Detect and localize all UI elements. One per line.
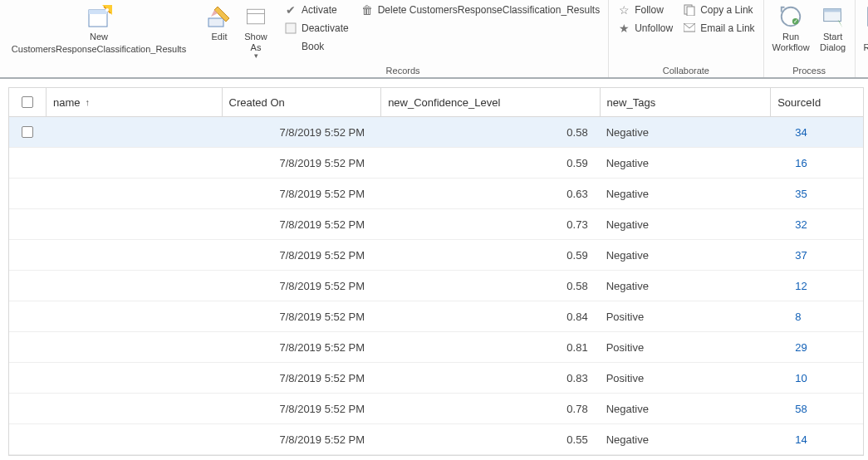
cell-tags: Negative [600,126,771,139]
table-row[interactable]: 7/8/2019 5:52 PM0.73Negative32 [9,209,863,240]
svg-point-4 [105,8,109,12]
column-header-created-on-label: Created On [229,96,285,109]
cell-tags: Negative [600,157,771,169]
grid-header-row: name ↑ Created On new_Confidence_Level n… [9,88,863,117]
cell-created-on: 7/8/2019 5:52 PM [221,372,380,384]
cell-created-on: 7/8/2019 5:52 PM [221,188,380,200]
column-header-sourceid[interactable]: SourceId [770,88,863,116]
run-report-button[interactable]: Run Report ▾ [859,1,868,62]
cell-confidence: 0.84 [380,311,599,323]
cell-created-on: 7/8/2019 5:52 PM [221,311,380,323]
deactivate-label: Deactivate [302,22,349,34]
new-record-label-bottom: CustomersResponseClassification_Results [12,44,186,55]
delete-icon: 🗑 [360,3,374,17]
select-all-checkbox[interactable] [22,96,33,108]
cell-confidence: 0.55 [380,433,599,446]
table-row[interactable]: 7/8/2019 5:52 PM0.58Negative34 [9,117,863,148]
cell-sourceid[interactable]: 14 [770,433,863,446]
new-record-icon [86,3,112,30]
new-record-label-top: New [90,32,108,42]
column-header-tags[interactable]: new_Tags [600,88,771,116]
table-row[interactable]: 7/8/2019 5:52 PM0.84Positive8 [9,301,863,332]
table-row[interactable]: 7/8/2019 5:52 PM0.78Negative58 [9,394,863,424]
row-checkbox-cell[interactable] [9,126,46,138]
cell-confidence: 0.63 [380,188,599,200]
activate-icon: ✔ [284,3,297,17]
process-group-label: Process [767,64,851,76]
email-link-icon [683,22,696,35]
run-workflow-button[interactable]: ✓ Run Workflow [767,1,815,56]
ribbon-group-new: New CustomersResponseClassification_Resu… [0,0,198,77]
cell-confidence: 0.59 [380,157,599,169]
email-link-button[interactable]: Email a Link [678,19,759,37]
svg-rect-10 [286,23,296,33]
unfollow-label: Unfollow [635,22,673,34]
cell-created-on: 7/8/2019 5:52 PM [221,126,380,139]
copy-link-button[interactable]: Copy a Link [678,1,759,19]
cell-created-on: 7/8/2019 5:52 PM [221,157,380,169]
table-row[interactable]: 7/8/2019 5:52 PM0.58Negative12 [9,271,863,301]
row-checkbox[interactable] [22,126,33,138]
run-report-icon [864,3,868,30]
cell-sourceid[interactable]: 16 [770,157,863,169]
book-button[interactable]: Book [279,37,354,56]
new-record-button[interactable]: New CustomersResponseClassification_Resu… [3,1,194,57]
cell-created-on: 7/8/2019 5:52 PM [221,280,380,292]
cell-sourceid[interactable]: 8 [770,311,863,323]
cell-confidence: 0.59 [380,249,599,262]
select-all-header[interactable] [9,88,46,116]
collaborate-group-label: Collaborate [612,64,759,76]
unfollow-button[interactable]: ★ Unfollow [612,19,678,37]
table-row[interactable]: 7/8/2019 5:52 PM0.81Positive29 [9,332,863,363]
column-header-name-label: name [53,96,81,109]
cell-confidence: 0.58 [380,280,599,292]
svg-rect-8 [248,9,265,24]
edit-label: Edit [212,32,228,42]
cell-sourceid[interactable]: 34 [770,126,863,139]
book-icon [284,40,297,53]
delete-button[interactable]: 🗑 Delete CustomersResponseClassification… [356,1,605,19]
cell-confidence: 0.78 [380,403,599,415]
column-header-confidence[interactable]: new_Confidence_Level [380,88,599,116]
run-workflow-icon: ✓ [777,3,804,30]
run-report-label: Run Report [864,32,868,53]
activate-button[interactable]: ✔ Activate [279,1,354,19]
column-header-created-on[interactable]: Created On [222,88,381,116]
table-row[interactable]: 7/8/2019 5:52 PM0.59Negative37 [9,240,863,271]
column-header-sourceid-label: SourceId [777,96,821,109]
cell-created-on: 7/8/2019 5:52 PM [221,249,380,262]
cell-tags: Negative [600,188,771,200]
cell-sourceid[interactable]: 58 [770,403,863,415]
table-row[interactable]: 7/8/2019 5:52 PM0.59Negative16 [9,148,863,179]
deactivate-button[interactable]: Deactivate [279,19,354,37]
cell-sourceid[interactable]: 29 [770,341,863,354]
table-row[interactable]: 7/8/2019 5:52 PM0.63Negative35 [9,179,863,209]
follow-button[interactable]: ☆ Follow [612,1,678,19]
grid-container: name ↑ Created On new_Confidence_Level n… [0,79,868,456]
column-header-confidence-label: new_Confidence_Level [388,96,500,109]
start-dialog-button[interactable]: Start Dialog [815,1,851,56]
column-header-name[interactable]: name ↑ [46,88,222,116]
chevron-down-icon: ▾ [254,51,258,60]
cell-confidence: 0.73 [380,218,599,231]
cell-sourceid[interactable]: 10 [770,372,863,384]
cell-sourceid[interactable]: 35 [770,188,863,200]
table-row[interactable]: 7/8/2019 5:52 PM0.83Positive10 [9,363,863,394]
ribbon-group-records: Edit Show As ▾ ✔ Activate Deactivat [198,0,609,77]
copy-link-label: Copy a Link [700,4,753,16]
edit-button[interactable]: Edit [201,1,238,45]
cell-tags: Negative [600,218,771,231]
cell-sourceid[interactable]: 12 [770,280,863,292]
cell-sourceid[interactable]: 37 [770,249,863,262]
cell-sourceid[interactable]: 32 [770,218,863,231]
follow-icon: ☆ [617,3,630,17]
svg-rect-18 [823,9,841,12]
cell-created-on: 7/8/2019 5:52 PM [221,433,380,446]
table-row[interactable]: 7/8/2019 5:52 PM0.55Negative14 [9,424,863,455]
show-as-label: Show As [244,32,267,53]
show-as-button[interactable]: Show As ▾ [238,1,274,62]
ribbon-group-collaborate: ☆ Follow ★ Unfollow Copy a Link [609,0,763,77]
cell-created-on: 7/8/2019 5:52 PM [221,403,380,415]
copy-link-icon [683,3,696,17]
unfollow-icon: ★ [617,22,630,35]
